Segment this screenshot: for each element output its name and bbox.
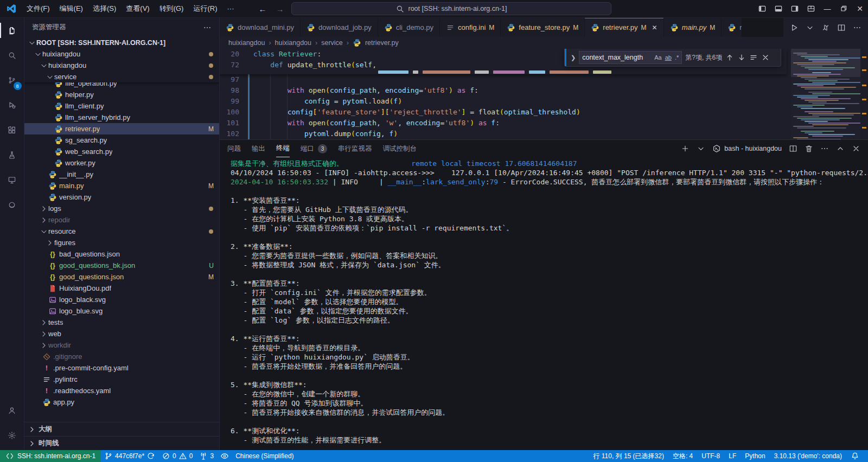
restore-button[interactable] (835, 0, 852, 17)
toggle-replace-chevron[interactable]: ❯ (571, 54, 576, 61)
editor-tab-config.ini[interactable]: config.iniM (440, 18, 501, 37)
tree-item-retriever.py[interactable]: retriever.pyM (24, 123, 219, 134)
editor-tab-retriever.py[interactable]: retriever.pyM✕ (585, 18, 663, 37)
activity-bar-item-explorer[interactable] (0, 18, 24, 43)
indentation-item[interactable]: 空格: 4 (668, 452, 697, 461)
ports-item[interactable]: 3 (196, 452, 217, 460)
editor-more-actions-button[interactable] (853, 23, 861, 32)
activity-bar-item-run-debug[interactable] (0, 93, 24, 118)
regex-toggle[interactable]: .* (675, 54, 679, 61)
panel-tab-4[interactable]: 串行监视器 (338, 140, 372, 157)
editor-tab-main.py[interactable]: main.pyM (664, 18, 722, 37)
activity-bar-item-extensions[interactable] (0, 118, 24, 143)
menu-item-selection[interactable]: 选择(S) (88, 2, 121, 15)
tab-close-icon[interactable]: ✕ (652, 24, 658, 31)
previous-match-button[interactable] (725, 53, 734, 62)
interpreter-item[interactable]: 3.10.13 ('demo': conda) (770, 452, 846, 460)
panel-tab-2[interactable]: 终端 (276, 140, 290, 157)
eol-item[interactable]: LF (724, 452, 741, 460)
tree-item-bad_questions.json[interactable]: {}bad_questions.json (24, 248, 219, 260)
breadcrumb-item-2[interactable]: service (321, 39, 343, 47)
command-center-search[interactable]: root [SSH: ssh.intern-ai.org.cn-1] (291, 2, 611, 15)
tree-item-llm_server_hybrid.py[interactable]: llm_server_hybrid.py (24, 112, 219, 123)
terminal-launch-dropdown[interactable] (697, 144, 705, 153)
maximize-panel-button[interactable] (836, 144, 845, 153)
back-button[interactable]: ← (257, 4, 269, 14)
terminal-output[interactable]: 据集是干净、有组织且格式正确的。 remote local timecost 1… (220, 157, 868, 450)
minimize-button[interactable]: — (819, 0, 835, 17)
kill-terminal-button[interactable] (805, 144, 813, 153)
language-item[interactable]: Python (741, 452, 769, 460)
close-panel-button[interactable] (852, 144, 860, 153)
menu-item-more[interactable]: ··· (222, 2, 239, 15)
explorer-more-actions-button[interactable] (203, 23, 212, 32)
editor-tab-ru[interactable]: ru (722, 18, 742, 37)
activity-bar-item-account[interactable] (0, 398, 24, 423)
activity-bar-item-source-control[interactable]: 8 (0, 68, 24, 93)
close-window-button[interactable]: ✕ (852, 0, 868, 17)
breadcrumb-item-0[interactable]: huixiangdou (228, 39, 265, 47)
tree-item-huixiangdou.pdf[interactable]: HuixiangDou.pdf (24, 283, 219, 294)
menu-item-run[interactable]: 运行(R) (188, 2, 222, 15)
menu-item-edit[interactable]: 编辑(E) (55, 2, 88, 15)
terminal-list-item[interactable]: bash - huixiangdou (712, 144, 782, 153)
tree-item-logo_blue.svg[interactable]: logo_blue.svg (24, 305, 219, 317)
tree-item-web[interactable]: web (24, 328, 219, 339)
toggle-panel-button[interactable] (770, 0, 787, 17)
tree-item-version.py[interactable]: version.py (24, 191, 219, 203)
panel-tab-1[interactable]: 输出 (252, 140, 265, 157)
panel-more-actions-button[interactable] (820, 144, 829, 153)
tree-item-figures[interactable]: figures (24, 237, 219, 248)
tree-item-huixiangdou[interactable]: huixiangdou (24, 60, 219, 71)
editor-tab-feature_store.py[interactable]: feature_store.pyM (501, 18, 585, 37)
menu-item-file[interactable]: 文件(F) (22, 2, 55, 15)
remote-indicator[interactable]: SSH: ssh.intern-ai.org.cn-1 (0, 450, 101, 462)
cursor-position-item[interactable]: 行 110, 列 15 (已选择32) (589, 452, 668, 461)
tree-item-resource[interactable]: resource (24, 226, 219, 237)
find-input[interactable]: context_max_length Aa ab .* (579, 51, 682, 64)
tree-item-worker.py[interactable]: worker.py (24, 157, 219, 169)
menu-item-view[interactable]: 查看(V) (121, 2, 154, 15)
tree-item-service[interactable]: service (24, 71, 219, 82)
activity-bar-item-testing[interactable] (0, 143, 24, 168)
minimap[interactable] (791, 49, 860, 139)
editor-tab-download_mini.py[interactable]: download_mini.py (220, 18, 301, 37)
menu-item-go[interactable]: 转到(G) (155, 2, 189, 15)
activity-bar-item-settings[interactable] (0, 423, 24, 448)
breadcrumb-item-3[interactable]: retriever.py (365, 39, 399, 47)
overview-ruler[interactable] (860, 49, 868, 139)
forward-button[interactable]: → (274, 4, 286, 14)
editor-tab-download_job.py[interactable]: download_job.py (301, 18, 378, 37)
code-editor[interactable]: 9798 with open(config_path, encoding='ut… (220, 49, 868, 139)
new-terminal-button[interactable] (681, 144, 690, 153)
find-in-selection-button[interactable] (749, 53, 758, 62)
tree-item-huixiangdou[interactable]: huixiangdou (24, 48, 219, 60)
panel-tab-3[interactable]: 端口3 (301, 140, 327, 157)
tree-item-repodir[interactable]: repodir (24, 214, 219, 226)
tree-item-.pylintrc[interactable]: .pylintrc (24, 374, 219, 385)
outline-section[interactable]: 大纲 (24, 422, 219, 436)
split-terminal-button[interactable] (789, 144, 797, 153)
activity-bar-item-jupyter[interactable] (0, 193, 24, 217)
whole-word-toggle[interactable]: ab (665, 54, 672, 61)
tree-item-.pre-commit-config.yaml[interactable]: !.pre-commit-config.yaml (24, 362, 219, 374)
panel-tab-0[interactable]: 问题 (227, 140, 241, 157)
tree-item-logs[interactable]: logs (24, 203, 219, 214)
tree-item-workdir[interactable]: workdir (24, 339, 219, 351)
encoding-item[interactable]: UTF-8 (697, 452, 724, 460)
tree-item-web_search.py[interactable]: web_search.py (24, 146, 219, 157)
tree-item-__init__.py[interactable]: __init__.py (24, 169, 219, 180)
tree-item-helper.py[interactable]: helper.py (24, 89, 219, 100)
tree-item-tests[interactable]: tests (24, 317, 219, 328)
git-branch-item[interactable]: 447c6f7e* (101, 452, 158, 460)
tree-item-good_questions_bk.json[interactable]: {}good_questions_bk.jsonU (24, 260, 219, 271)
run-options-dropdown[interactable] (806, 23, 814, 32)
tree-item-main.py[interactable]: main.pyM (24, 180, 219, 191)
timeline-section[interactable]: 时间线 (24, 436, 219, 450)
screencast-item[interactable] (217, 452, 232, 460)
tree-item-app.py[interactable]: app.py (24, 396, 219, 408)
toggle-primary-sidebar-button[interactable] (754, 0, 770, 17)
next-match-button[interactable] (737, 53, 746, 62)
ime-indicator[interactable]: Chinese (Simplified) (232, 452, 297, 460)
notifications-bell[interactable] (846, 452, 864, 460)
